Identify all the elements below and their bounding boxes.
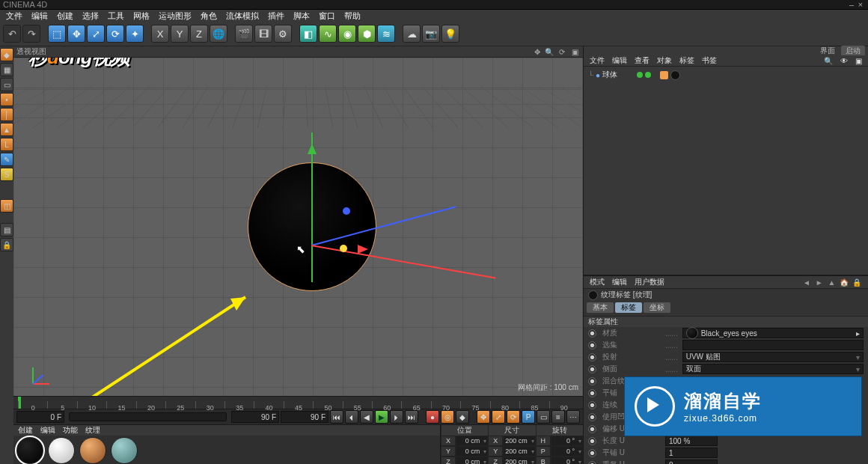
add-camera[interactable]: 📷 [422, 25, 440, 43]
coord-size-z[interactable]: 200 cm [503, 457, 535, 464]
anim-dot-icon[interactable] [588, 353, 596, 361]
om-menu-bookmarks[interactable]: 书签 [702, 55, 717, 66]
layout-link-startup[interactable]: 启动 [841, 46, 865, 56]
prop-usebump-checkbox[interactable]: ✔ [682, 412, 691, 421]
anim-dot-icon[interactable] [588, 389, 596, 397]
add-light[interactable]: 💡 [441, 25, 459, 43]
anim-dot-icon[interactable] [588, 437, 596, 445]
coord-pos-x[interactable]: 0 cm [456, 436, 488, 446]
anim-dot-icon[interactable] [588, 329, 596, 338]
prop-lenu-field[interactable]: 100 % [665, 436, 718, 446]
window-close-icon[interactable]: × [856, 0, 865, 9]
menu-edit[interactable]: 编辑 [27, 10, 52, 22]
workplane-icon[interactable]: ◫ [0, 199, 13, 213]
step-back-button[interactable]: ⏴ [345, 410, 358, 424]
menu-select[interactable]: 选择 [78, 10, 103, 22]
am-menu-mode[interactable]: 模式 [590, 277, 605, 287]
move-tool[interactable]: ✥ [67, 25, 85, 43]
anim-dot-icon[interactable] [588, 341, 596, 349]
mat-menu-function[interactable]: 功能 [63, 425, 78, 436]
prop-selection-field[interactable] [682, 340, 864, 350]
window-min-icon[interactable]: – [847, 0, 856, 9]
material-item[interactable]: Tongue [46, 437, 76, 464]
menu-character[interactable]: 角色 [196, 10, 221, 22]
om-menu-view[interactable]: 查看 [635, 55, 650, 66]
frame-start-field[interactable]: 0 F [16, 411, 64, 423]
prop-seamless-checkbox[interactable] [686, 400, 695, 409]
tweak-mode[interactable]: ✎ [0, 153, 13, 166]
tab-tag[interactable]: 标签 [615, 302, 642, 313]
texture-mode[interactable]: ▦ [0, 63, 13, 76]
coord-rot-p[interactable]: 0 ° [551, 446, 583, 457]
key-scale-button[interactable]: ⤢ [492, 410, 505, 424]
menu-tools[interactable]: 工具 [103, 10, 129, 22]
goto-end-button[interactable]: ⏭ [405, 410, 418, 424]
anim-dot-icon[interactable] [588, 413, 596, 421]
rotate-tool[interactable]: ⟳ [106, 25, 124, 43]
mat-menu-texture[interactable]: 纹理 [85, 425, 100, 436]
play-back-button[interactable]: ◀ [360, 410, 373, 424]
gizmo-center-icon[interactable] [340, 245, 347, 252]
add-nurbs[interactable]: ◉ [338, 25, 356, 43]
timeline-range-slider[interactable] [69, 412, 227, 421]
menu-window[interactable]: 窗口 [314, 10, 340, 22]
mat-menu-edit[interactable]: 编辑 [40, 425, 55, 436]
key-more-button[interactable]: ⋯ [566, 410, 580, 424]
point-mode[interactable]: • [0, 93, 13, 106]
prop-repu-field[interactable]: 0 [665, 460, 718, 464]
am-nav-lock-icon[interactable]: 🔒 [852, 278, 862, 287]
prop-mix-checkbox[interactable] [678, 376, 687, 385]
om-flat-icon[interactable]: ▣ [855, 57, 862, 65]
gizmo-y-arrow-icon[interactable] [308, 144, 317, 154]
material-item[interactable]: Glass - l [109, 437, 139, 464]
am-nav-up-icon[interactable]: ▲ [826, 278, 837, 287]
poly-mode[interactable]: ▲ [0, 123, 13, 136]
coord-rot-h[interactable]: 0 ° [551, 436, 583, 446]
render-view[interactable]: 🎬 [235, 25, 253, 43]
add-cube[interactable]: ◧ [299, 25, 317, 43]
texture-tag-icon[interactable] [670, 70, 680, 80]
am-nav-back-icon[interactable]: ◄ [801, 278, 812, 287]
axis-z-lock[interactable]: Z [190, 25, 208, 43]
render-pv[interactable]: 🎞 [254, 25, 272, 43]
material-picker-icon[interactable]: ▸ [856, 329, 860, 338]
keyframe-button[interactable]: ◆ [456, 410, 469, 424]
snap-toggle[interactable]: S [0, 168, 13, 181]
anim-dot-icon[interactable] [588, 365, 596, 373]
autokey-button[interactable]: ◎ [441, 410, 454, 424]
axis-mode[interactable]: L [0, 138, 13, 151]
om-filter-icon[interactable]: 👁 [840, 57, 848, 65]
menu-script[interactable]: 脚本 [289, 10, 314, 22]
coord-size-y[interactable]: 200 cm [503, 446, 535, 457]
prop-offu-field[interactable]: 0 % [665, 424, 718, 434]
menu-simulate[interactable]: 流体模拟 [221, 10, 263, 22]
vp-orbit-icon[interactable]: ⟳ [557, 48, 567, 56]
axis-x-lock[interactable]: X [151, 25, 169, 43]
key-pla-button[interactable]: ▭ [537, 410, 550, 424]
redo-button[interactable]: ↷ [22, 25, 40, 43]
key-options-button[interactable]: ≡ [551, 410, 565, 424]
viewport[interactable]: ⬉ 网格间距 : 100 cm 秒dōng视频 [13, 58, 583, 396]
om-menu-file[interactable]: 文件 [590, 55, 605, 66]
visibility-editor-icon[interactable] [637, 72, 643, 78]
select-tool[interactable]: ⬚ [48, 25, 66, 43]
coord-size-x[interactable]: 200 cm [503, 436, 535, 446]
coord-pos-y[interactable]: 0 cm [456, 446, 488, 457]
visibility-render-icon[interactable] [645, 72, 651, 78]
anim-dot-icon[interactable] [588, 377, 596, 385]
tree-item-sphere[interactable]: └ ● 球体 [588, 70, 864, 80]
anim-dot-icon[interactable] [588, 461, 596, 465]
scale-tool[interactable]: ⤢ [87, 25, 105, 43]
menu-file[interactable]: 文件 [1, 10, 27, 22]
phong-tag-icon[interactable] [660, 71, 668, 79]
gizmo-z-arrow-icon[interactable] [358, 245, 368, 254]
record-button[interactable]: ● [426, 410, 439, 424]
am-nav-fwd-icon[interactable]: ► [814, 278, 825, 287]
add-generator[interactable]: ⬢ [358, 25, 376, 43]
mat-menu-create[interactable]: 创建 [18, 425, 33, 436]
key-rot-button[interactable]: ⟳ [507, 410, 520, 424]
om-menu-tags[interactable]: 标签 [679, 55, 694, 66]
om-menu-edit[interactable]: 编辑 [612, 55, 627, 66]
vp-pan-icon[interactable]: ✥ [532, 48, 542, 56]
play-button[interactable]: ▶ [375, 410, 388, 424]
